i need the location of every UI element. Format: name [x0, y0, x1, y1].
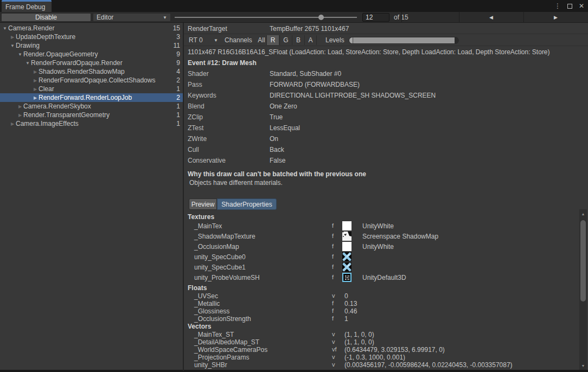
event-count: 1 — [176, 102, 180, 110]
kebab-menu-icon[interactable]: ⋮ — [553, 2, 562, 10]
texture-row: unity_SpecCube0 f — [184, 252, 588, 262]
chevron-down-icon: ▼ — [163, 15, 167, 20]
property-row: Pass FORWARD (FORWARDBASE) — [184, 79, 588, 90]
property-row: Cull Back — [184, 144, 588, 155]
channels-label: Channels — [225, 36, 252, 44]
channel-b-button[interactable]: B — [292, 35, 304, 45]
event-properties: Shader Standard, SubShader #0 Pass FORWA… — [184, 68, 588, 166]
frame-slider-track — [175, 17, 357, 18]
tree-item[interactable]: ▼ Drawing 11 — [0, 41, 183, 50]
tree-item[interactable]: ▶ Camera.RenderSkybox 1 — [0, 102, 183, 111]
tree-item[interactable]: ▼ Camera.Render 15 — [0, 24, 183, 33]
texture-thumbnail-probevolume[interactable] — [342, 273, 351, 282]
tree-item-selected[interactable]: ▶ RenderForward.RenderLoopJob 2 — [0, 93, 183, 102]
editor-dropdown[interactable]: Editor ▼ — [93, 13, 171, 22]
property-row: Keywords DIRECTIONAL LIGHTPROBE_SH SHADO… — [184, 90, 588, 101]
tree-item[interactable]: ▶ Clear 1 — [0, 85, 183, 93]
maximize-icon[interactable] — [565, 2, 574, 10]
channel-g-button[interactable]: G — [279, 35, 292, 45]
details-panel: RenderTarget TempBuffer 2675 1101x467 RT… — [184, 23, 588, 371]
disclosure-collapsed-icon[interactable]: ▶ — [32, 78, 39, 83]
render-target-info: 1101x467 R16G16B16A16_SFloat (LoadAction… — [184, 46, 588, 57]
preview-tabs: Preview ShaderProperties — [184, 198, 588, 210]
levels-slider-bar — [353, 37, 455, 43]
tree-item[interactable]: ▶ UpdateDepthTexture 3 — [0, 33, 183, 41]
toolbar: Disable Editor ▼ 12 of 15 ◀ ▶ — [0, 12, 588, 23]
event-tree: ▼ Camera.Render 15 ▶ UpdateDepthTexture … — [0, 23, 183, 371]
disclosure-expanded-icon[interactable]: ▼ — [24, 61, 31, 66]
tree-item[interactable]: ▼ Render.OpaqueGeometry 9 — [0, 50, 183, 59]
event-count: 2 — [176, 94, 180, 101]
texture-row: _OcclusionMap f UnityWhite — [184, 242, 588, 252]
disclosure-expanded-icon[interactable]: ▼ — [2, 26, 8, 31]
tree-item[interactable]: ▶ RenderForwardOpaque.CollectShadows 2 — [0, 76, 183, 85]
event-title: Event #12: Draw Mesh — [184, 57, 588, 68]
event-count: 9 — [176, 59, 180, 67]
properties-scrollbar[interactable]: ▲ ▼ — [579, 209, 587, 370]
disclosure-collapsed-icon[interactable]: ▶ — [17, 104, 23, 109]
disclosure-collapsed-icon[interactable]: ▶ — [9, 121, 16, 126]
render-target-row: RenderTarget TempBuffer 2675 1101x467 — [184, 23, 588, 34]
vector-row: _MainTex_ST v (1, 1, 0, 0) — [184, 331, 588, 338]
property-row: Shader Standard, SubShader #0 — [184, 68, 588, 79]
disable-button[interactable]: Disable — [1, 13, 91, 22]
texture-row: unity_ProbeVolumeSH f UnityDefault3D — [184, 273, 588, 283]
tab-shader-properties[interactable]: ShaderProperties — [217, 198, 277, 210]
levels-min-handle[interactable] — [349, 37, 353, 43]
channel-a-button[interactable]: A — [304, 35, 317, 45]
scroll-down-icon[interactable]: ▼ — [579, 362, 587, 369]
texture-thumbnail-speccube[interactable] — [342, 252, 351, 261]
next-frame-button[interactable]: ▶ — [523, 12, 588, 23]
texture-thumbnail-white[interactable] — [342, 221, 351, 230]
tree-item[interactable]: ▶ Shadows.RenderShadowMap 4 — [0, 67, 183, 76]
event-count: 2 — [176, 76, 180, 84]
disclosure-collapsed-icon[interactable]: ▶ — [32, 95, 39, 100]
channel-r-button[interactable]: R — [266, 35, 279, 45]
vector-row: _ProjectionParams v (-1, 0.3, 1000, 0.00… — [184, 354, 588, 361]
frame-slider[interactable] — [175, 12, 357, 23]
event-count: 1 — [176, 120, 180, 127]
tab-frame-debug[interactable]: Frame Debug — [2, 0, 52, 12]
disclosure-expanded-icon[interactable]: ▼ — [9, 43, 16, 48]
tree-item[interactable]: ▶ Render.TransparentGeometry 1 — [0, 111, 183, 119]
float-row: _Metallic f 0.13 — [184, 300, 588, 307]
texture-thumbnail-speccube[interactable] — [342, 262, 351, 272]
disclosure-expanded-icon[interactable]: ▼ — [17, 52, 23, 57]
vector-row: _DetailAlbedoMap_ST v (1, 1, 0, 0) — [184, 338, 588, 346]
render-target-label: RenderTarget — [188, 25, 227, 33]
float-row: _OcclusionStrength f 1 — [184, 315, 588, 323]
event-count: 1 — [176, 85, 180, 93]
tab-preview[interactable]: Preview — [189, 198, 217, 210]
levels-range-slider[interactable] — [349, 37, 459, 44]
disclosure-collapsed-icon[interactable]: ▶ — [17, 113, 23, 118]
frame-slider-handle[interactable] — [318, 15, 324, 20]
scroll-up-icon[interactable]: ▲ — [579, 210, 587, 217]
window-title: Frame Debug — [5, 3, 45, 11]
frame-number-input[interactable]: 12 — [362, 13, 389, 22]
texture-thumbnail-shadowmap[interactable] — [342, 232, 351, 241]
texture-row: _ShadowMapTexture f Screenspace ShadowMa… — [184, 232, 588, 242]
tree-item[interactable]: ▼ RenderForwardOpaque.Render 9 — [0, 59, 183, 67]
disclosure-collapsed-icon[interactable]: ▶ — [9, 35, 16, 40]
batch-explanation-reason: Objects have different materials. — [184, 179, 588, 188]
main-area: ▼ Camera.Render 15 ▶ UpdateDepthTexture … — [0, 23, 588, 371]
disclosure-collapsed-icon[interactable]: ▶ — [32, 69, 39, 74]
close-icon[interactable]: ✕ — [577, 2, 586, 10]
vectors-section-title: Vectors — [184, 323, 588, 331]
event-count: 3 — [176, 33, 180, 41]
tree-item[interactable]: ▶ Camera.ImageEffects 1 — [0, 119, 183, 128]
prev-frame-button[interactable]: ◀ — [459, 12, 523, 23]
texture-thumbnail-white[interactable] — [342, 242, 351, 251]
property-row: Blend One Zero — [184, 101, 588, 112]
float-row: _UVSec v 0 — [184, 292, 588, 300]
rt-dropdown[interactable]: RT 0 ▼ — [186, 35, 221, 45]
property-row: ZTest LessEqual — [184, 123, 588, 133]
channels-row: RT 0 ▼ Channels All R G B A Levels — [184, 34, 588, 46]
property-row: ZClip True — [184, 112, 588, 123]
render-target-value: TempBuffer 2675 1101x467 — [270, 25, 349, 33]
batch-explanation-title: Why this draw call can't be batched with… — [184, 170, 588, 179]
chevron-down-icon: ▼ — [214, 38, 218, 43]
scrollbar-thumb[interactable] — [580, 220, 586, 302]
disclosure-collapsed-icon[interactable]: ▶ — [32, 87, 39, 92]
window-controls: ⋮ ✕ — [553, 0, 586, 12]
